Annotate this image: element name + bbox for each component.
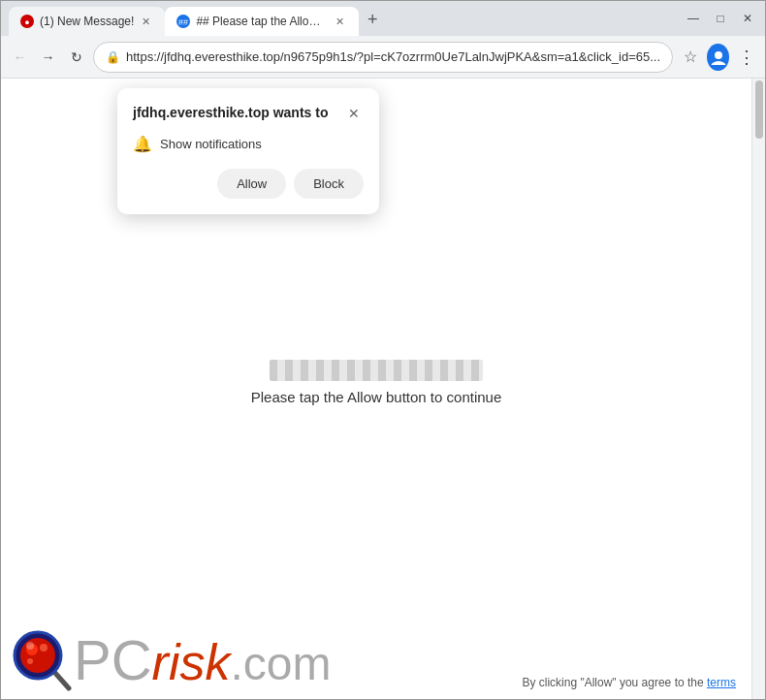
dialog-close-button[interactable]: ✕	[344, 104, 364, 123]
svg-line-6	[54, 672, 69, 688]
url-text: https://jfdhq.everesthike.top/n9675p9h1s…	[126, 49, 660, 64]
svg-point-8	[20, 638, 55, 673]
risk-text: risk	[152, 637, 231, 687]
close-window-button[interactable]: ✕	[738, 9, 757, 28]
minimize-button[interactable]: —	[684, 9, 703, 28]
dialog-buttons: Allow Block	[133, 169, 364, 199]
svg-point-4	[715, 51, 722, 59]
tab1-close-button[interactable]: ✕	[138, 14, 153, 29]
pcrisk-branding: PC risk .com	[11, 628, 331, 691]
pc-text: PC	[74, 632, 152, 688]
svg-text:●: ●	[24, 17, 29, 27]
dialog-header: jfdhq.everesthike.top wants to ✕	[133, 104, 364, 123]
new-tab-button[interactable]: +	[359, 6, 386, 33]
svg-point-5	[711, 61, 726, 65]
tab2-close-button[interactable]: ✕	[332, 14, 347, 29]
tab-1[interactable]: ● (1) New Message! ✕	[9, 7, 165, 36]
tab1-favicon: ●	[20, 15, 34, 28]
maximize-button[interactable]: □	[711, 9, 730, 28]
toolbar: ← → ↻ 🔒 https://jfdhq.everesthike.top/n9…	[1, 36, 765, 79]
bookmark-button[interactable]: ☆	[679, 44, 701, 71]
tab2-favicon: ##	[176, 15, 190, 28]
tab2-label: ## Please tap the Allow button...	[196, 15, 328, 28]
svg-point-12	[40, 657, 49, 667]
scrollbar[interactable]	[751, 79, 765, 699]
dialog-title: jfdhq.everesthike.top wants to	[133, 104, 328, 121]
back-button[interactable]: ←	[9, 44, 31, 71]
svg-text:##: ##	[178, 17, 188, 27]
more-options-button[interactable]: ⋮	[735, 44, 757, 71]
loading-text: Please tap the Allow button to continue	[251, 389, 502, 405]
permission-text: Show notifications	[160, 137, 262, 151]
profile-button[interactable]	[707, 44, 729, 71]
bottom-notice: By clicking "Allow" you agree to the ter…	[522, 676, 736, 689]
address-bar[interactable]: 🔒 https://jfdhq.everesthike.top/n9675p9h…	[93, 42, 673, 73]
pcrisk-text: PC risk .com	[74, 632, 331, 688]
tab1-label: (1) New Message!	[40, 15, 134, 28]
block-button[interactable]: Block	[294, 169, 364, 199]
pcrisk-logo-icon	[11, 628, 74, 691]
lock-icon: 🔒	[106, 50, 120, 64]
svg-point-10	[40, 644, 48, 652]
terms-link[interactable]: terms	[707, 676, 736, 689]
dotcom-text: .com	[230, 641, 331, 687]
permission-item: 🔔 Show notifications	[133, 135, 364, 153]
svg-point-13	[26, 642, 34, 650]
allow-button[interactable]: Allow	[217, 169, 286, 199]
main-area: jfdhq.everesthike.top wants to ✕ 🔔 Show …	[1, 79, 751, 699]
permission-dialog: jfdhq.everesthike.top wants to ✕ 🔔 Show …	[117, 88, 379, 214]
bell-icon: 🔔	[133, 135, 152, 153]
svg-point-11	[27, 658, 33, 664]
reload-button[interactable]: ↻	[65, 44, 87, 71]
scroll-thumb[interactable]	[755, 80, 763, 139]
window-controls: — □ ✕	[684, 9, 757, 28]
loading-bar	[270, 360, 483, 381]
tab-2[interactable]: ## ## Please tap the Allow button... ✕	[165, 7, 359, 36]
page-content: jfdhq.everesthike.top wants to ✕ 🔔 Show …	[1, 79, 765, 699]
forward-button[interactable]: →	[37, 44, 59, 71]
browser-window: ● (1) New Message! ✕ ## ## Please tap th…	[0, 0, 766, 700]
title-bar: ● (1) New Message! ✕ ## ## Please tap th…	[1, 1, 765, 36]
